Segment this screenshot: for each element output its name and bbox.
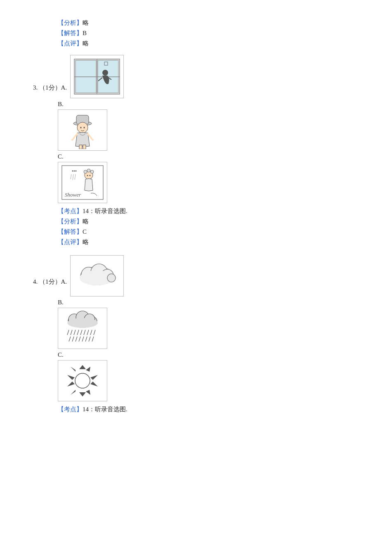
q3-comment: 【点评】略 bbox=[33, 238, 359, 246]
svg-line-41 bbox=[71, 330, 72, 335]
svg-point-10 bbox=[80, 127, 82, 128]
svg-marker-63 bbox=[67, 375, 75, 380]
svg-rect-12 bbox=[79, 145, 82, 149]
svg-point-21 bbox=[87, 169, 90, 172]
image-window-scene bbox=[70, 55, 124, 98]
svg-marker-61 bbox=[90, 375, 98, 380]
svg-point-57 bbox=[75, 373, 90, 388]
image-shower: Shower bbox=[58, 162, 107, 203]
image-cloud-a bbox=[70, 255, 124, 296]
svg-line-50 bbox=[72, 337, 74, 342]
q3-answer: 【解答】C bbox=[33, 228, 359, 236]
tag-analysis-1: 【分析】 bbox=[58, 19, 83, 26]
q3-analysis: 【分析】略 bbox=[33, 218, 359, 225]
svg-line-42 bbox=[74, 330, 76, 335]
svg-point-17 bbox=[74, 171, 75, 172]
svg-point-18 bbox=[76, 171, 77, 172]
svg-marker-60 bbox=[71, 367, 76, 372]
svg-line-43 bbox=[77, 330, 79, 335]
svg-marker-67 bbox=[71, 390, 76, 395]
option-3c-label: C. bbox=[58, 153, 359, 160]
answer-line-1: 【解答】B bbox=[33, 29, 359, 37]
svg-rect-13 bbox=[83, 145, 86, 149]
svg-line-47 bbox=[90, 330, 92, 335]
question-4-row: 4. （1分）A. bbox=[33, 255, 359, 296]
svg-line-49 bbox=[69, 337, 71, 342]
svg-point-20 bbox=[84, 170, 87, 173]
svg-line-46 bbox=[87, 330, 89, 335]
svg-line-54 bbox=[85, 337, 87, 342]
tag-answer-1: 【解答】 bbox=[58, 30, 83, 36]
svg-text:Shower: Shower bbox=[65, 192, 81, 198]
svg-point-6 bbox=[102, 70, 108, 76]
question-4-num: 4. （1分）A. bbox=[33, 255, 67, 286]
svg-marker-62 bbox=[90, 382, 98, 387]
svg-marker-66 bbox=[86, 390, 90, 395]
image-rain bbox=[58, 308, 107, 349]
svg-point-22 bbox=[90, 170, 94, 173]
option-4c-label: C. bbox=[58, 351, 359, 358]
svg-point-39 bbox=[67, 318, 98, 328]
svg-line-53 bbox=[82, 337, 84, 342]
svg-point-11 bbox=[84, 127, 85, 128]
svg-line-44 bbox=[80, 330, 82, 335]
svg-marker-59 bbox=[86, 367, 90, 372]
option-3b-label: B. bbox=[58, 101, 359, 108]
comment-line-1: 【点评】略 bbox=[33, 40, 359, 47]
analysis-line-1: 【分析】略 bbox=[33, 19, 359, 27]
svg-line-55 bbox=[89, 337, 90, 342]
svg-line-45 bbox=[84, 330, 85, 335]
svg-line-48 bbox=[94, 330, 95, 335]
question-3-num: 3. （1分）A. bbox=[33, 55, 67, 92]
svg-point-24 bbox=[90, 175, 91, 176]
svg-line-56 bbox=[92, 337, 94, 342]
q4-kaodian: 【考点】14：听录音选图. bbox=[33, 406, 359, 413]
svg-point-16 bbox=[72, 171, 73, 172]
svg-line-52 bbox=[79, 337, 80, 342]
svg-marker-64 bbox=[67, 382, 75, 387]
image-girl bbox=[58, 109, 107, 151]
image-sun bbox=[58, 360, 107, 401]
svg-line-40 bbox=[67, 330, 69, 335]
option-4b-label: B. bbox=[58, 299, 359, 306]
svg-point-23 bbox=[87, 175, 88, 176]
svg-point-9 bbox=[77, 122, 88, 133]
question-3-row: 3. （1分）A. bbox=[33, 55, 359, 98]
svg-marker-65 bbox=[79, 392, 86, 396]
svg-line-51 bbox=[76, 337, 77, 342]
svg-point-34 bbox=[107, 274, 116, 282]
svg-marker-58 bbox=[79, 365, 86, 369]
tag-comment-1: 【点评】 bbox=[58, 40, 83, 47]
q3-kaodian: 【考点】14：听录音选图. bbox=[33, 207, 359, 215]
